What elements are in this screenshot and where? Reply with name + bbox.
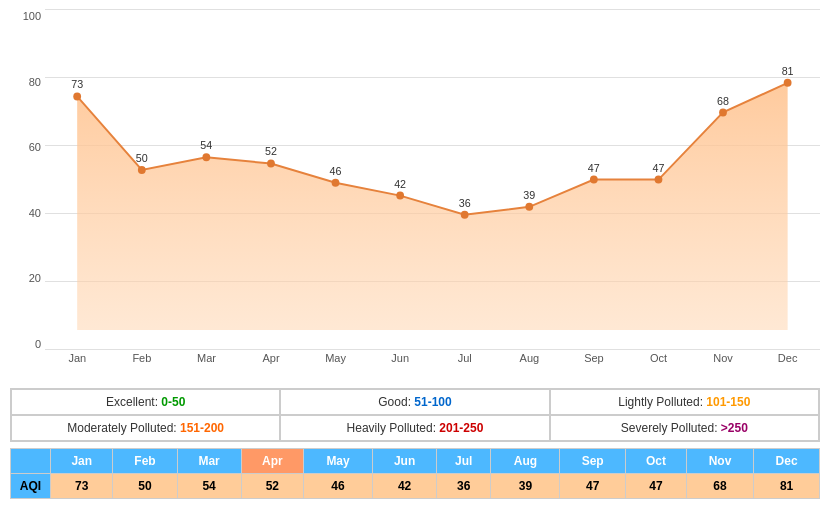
th-dec: Dec <box>754 449 820 474</box>
x-label-jul: Jul <box>432 352 497 364</box>
th-jun: Jun <box>373 449 437 474</box>
val-label-jul: 36 <box>459 197 471 209</box>
x-label-may: May <box>303 352 368 364</box>
datapoint-jan <box>73 92 81 100</box>
legend-moderately-polluted: Moderately Polluted: 151-200 <box>11 415 280 441</box>
val-label-sep: 47 <box>588 162 600 174</box>
aqi-jun: 42 <box>373 474 437 499</box>
aqi-may: 46 <box>304 474 373 499</box>
datapoint-feb <box>138 166 146 174</box>
th-oct: Oct <box>626 449 687 474</box>
legend-severely-polluted: Severely Polluted: >250 <box>550 415 819 441</box>
datapoint-aug <box>525 203 533 211</box>
aqi-apr: 52 <box>241 474 303 499</box>
th-sep: Sep <box>560 449 626 474</box>
x-label-mar: Mar <box>174 352 239 364</box>
legend-excellent: Excellent: 0-50 <box>11 389 280 415</box>
aqi-jul: 36 <box>437 474 491 499</box>
x-label-nov: Nov <box>691 352 756 364</box>
th-jan: Jan <box>51 449 113 474</box>
x-label-oct: Oct <box>626 352 691 364</box>
legend-mp-value: 151-200 <box>180 421 224 435</box>
x-label-jan: Jan <box>45 352 110 364</box>
x-label-dec: Dec <box>755 352 820 364</box>
aqi-dec: 81 <box>754 474 820 499</box>
aqi-jan: 73 <box>51 474 113 499</box>
x-axis-labels: Jan Feb Mar Apr May Jun Jul Aug Sep Oct … <box>45 352 820 364</box>
data-table: Jan Feb Mar Apr May Jun Jul Aug Sep Oct … <box>10 448 820 499</box>
th-feb: Feb <box>113 449 177 474</box>
val-label-nov: 68 <box>717 95 729 107</box>
legend-sp-value: >250 <box>721 421 748 435</box>
x-label-feb: Feb <box>110 352 175 364</box>
th-apr: Apr <box>241 449 303 474</box>
y-label-0: 0 <box>10 338 45 350</box>
legend-lightly-polluted: Lightly Polluted: 101-150 <box>550 389 819 415</box>
x-label-apr: Apr <box>239 352 304 364</box>
aqi-row-label: AQI <box>11 474 51 499</box>
legend-good-value: 51-100 <box>414 395 451 409</box>
datapoint-oct <box>655 176 663 184</box>
x-label-jun: Jun <box>368 352 433 364</box>
empty-header <box>11 449 51 474</box>
datapoint-sep <box>590 176 598 184</box>
th-may: May <box>304 449 373 474</box>
val-label-mar: 54 <box>200 139 212 151</box>
aqi-sep: 47 <box>560 474 626 499</box>
val-label-apr: 52 <box>265 145 277 157</box>
val-label-aug: 39 <box>523 189 535 201</box>
val-label-jun: 42 <box>394 178 406 190</box>
table-aqi-row: AQI 73 50 54 52 46 42 36 39 47 47 68 81 <box>11 474 820 499</box>
datapoint-may <box>332 179 340 187</box>
val-label-feb: 50 <box>136 152 148 164</box>
th-jul: Jul <box>437 449 491 474</box>
main-container: 0 20 40 60 80 100 <box>0 0 830 499</box>
chart-area: 0 20 40 60 80 100 <box>10 10 820 380</box>
th-mar: Mar <box>177 449 241 474</box>
legend-lp-value: 101-150 <box>706 395 750 409</box>
legend-hp-value: 201-250 <box>439 421 483 435</box>
y-label-80: 80 <box>10 76 45 88</box>
datapoint-nov <box>719 108 727 116</box>
chart-inner: 73 50 54 52 46 42 36 39 47 47 68 81 <box>45 10 820 350</box>
legend-good: Good: 51-100 <box>280 389 549 415</box>
y-label-40: 40 <box>10 207 45 219</box>
legend-heavily-polluted: Heavily Polluted: 201-250 <box>280 415 549 441</box>
aqi-nov: 68 <box>686 474 753 499</box>
th-nov: Nov <box>686 449 753 474</box>
val-label-oct: 47 <box>652 162 664 174</box>
datapoint-jul <box>461 211 469 219</box>
datapoint-mar <box>202 153 210 161</box>
y-label-100: 100 <box>10 10 45 22</box>
legend-excellent-value: 0-50 <box>161 395 185 409</box>
area-fill <box>77 83 787 330</box>
val-label-dec: 81 <box>782 65 794 77</box>
y-label-20: 20 <box>10 272 45 284</box>
aqi-feb: 50 <box>113 474 177 499</box>
aqi-oct: 47 <box>626 474 687 499</box>
x-label-aug: Aug <box>497 352 562 364</box>
aqi-mar: 54 <box>177 474 241 499</box>
legend-area: Excellent: 0-50 Good: 51-100 Lightly Pol… <box>10 388 820 442</box>
datapoint-jun <box>396 192 404 200</box>
chart-svg: 73 50 54 52 46 42 36 39 47 47 68 81 <box>45 10 820 350</box>
th-aug: Aug <box>491 449 560 474</box>
datapoint-dec <box>784 79 792 87</box>
y-axis: 0 20 40 60 80 100 <box>10 10 45 350</box>
val-label-jan: 73 <box>71 78 83 90</box>
datapoint-apr <box>267 160 275 168</box>
val-label-may: 46 <box>330 165 342 177</box>
y-label-60: 60 <box>10 141 45 153</box>
aqi-aug: 39 <box>491 474 560 499</box>
x-label-sep: Sep <box>562 352 627 364</box>
table-header-row: Jan Feb Mar Apr May Jun Jul Aug Sep Oct … <box>11 449 820 474</box>
